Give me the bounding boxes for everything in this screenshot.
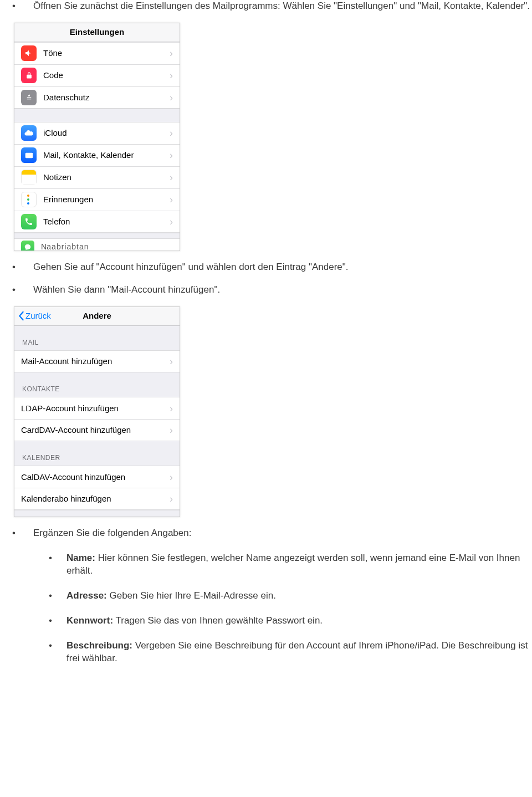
chevron-right-icon: ›: [170, 93, 173, 103]
step-2: Gehen Sie auf "Account hinzufügen" und w…: [0, 261, 532, 274]
row-label: iCloud: [43, 127, 170, 139]
lock-icon: [21, 68, 37, 83]
row-notes[interactable]: Notizen ›: [14, 166, 180, 188]
bottom-spacer: [14, 510, 180, 517]
row-add-mail-account[interactable]: Mail-Account hinzufügen ›: [14, 350, 180, 372]
field-label: Adresse:: [66, 590, 107, 601]
navbar-title: Andere: [83, 310, 111, 321]
row-add-carddav-account[interactable]: CardDAV-Account hinzufügen ›: [14, 419, 180, 441]
field-password: Kennwort: Tragen Sie das von Ihnen gewäh…: [33, 615, 532, 627]
row-phone[interactable]: Telefon ›: [14, 211, 180, 233]
step-3: Wählen Sie dann "Mail-Account hinzufügen…: [0, 284, 532, 297]
row-reminders[interactable]: Erinnerungen ›: [14, 188, 180, 211]
navbar: Zurück Andere: [14, 307, 180, 326]
row-label: Kalenderabo hinzufügen: [21, 493, 170, 504]
chevron-right-icon: ›: [170, 150, 173, 160]
field-text: Hier können Sie festlegen, welcher Name …: [66, 553, 520, 576]
instruction-list: Öffnen Sie zunächst die Einstellungen de…: [0, 0, 532, 13]
chevron-right-icon: ›: [170, 172, 173, 182]
row-label: Mail, Kontakte, Kalender: [43, 150, 170, 161]
row-icloud[interactable]: iCloud ›: [14, 122, 180, 144]
row-passcode[interactable]: Code ›: [14, 64, 180, 86]
row-label: Code: [43, 70, 170, 81]
reminders-icon: [21, 192, 37, 207]
field-label: Name:: [66, 553, 95, 563]
row-label: Notizen: [43, 172, 170, 183]
field-address: Adresse: Geben Sie hier Ihre E-Mail-Adre…: [33, 590, 532, 602]
field-name: Name: Hier können Sie festlegen, welcher…: [33, 552, 532, 578]
step-2-text: Gehen Sie auf "Account hinzufügen" und w…: [33, 262, 349, 272]
chevron-right-icon: ›: [170, 425, 173, 435]
navbar-title: Einstellungen: [70, 27, 124, 38]
row-add-ldap-account[interactable]: LDAP-Account hinzufügen ›: [14, 397, 180, 419]
field-text: Vergeben Sie eine Beschreibung für den A…: [66, 640, 528, 663]
instruction-list-3: Ergänzen Sie die folgenden Angaben: Name…: [0, 527, 532, 665]
chevron-right-icon: ›: [170, 494, 173, 504]
chevron-right-icon: ›: [170, 403, 173, 413]
navbar: Einstellungen: [14, 23, 180, 42]
privacy-icon: [21, 90, 37, 105]
back-button[interactable]: Zurück: [18, 310, 51, 321]
phone-icon: [21, 214, 37, 229]
instruction-list-2: Gehen Sie auf "Account hinzufügen" und w…: [0, 261, 532, 297]
screenshot-settings: Einstellungen Töne › Code › Datenschutz …: [14, 23, 180, 251]
chevron-left-icon: [18, 311, 24, 321]
sounds-icon: [21, 45, 37, 61]
group-contacts: KONTAKTE: [14, 372, 180, 397]
chevron-right-icon: ›: [170, 70, 173, 80]
row-mail-contacts-calendar[interactable]: Mail, Kontakte, Kalender ›: [14, 144, 180, 166]
row-label: CardDAV-Account hinzufügen: [21, 425, 170, 436]
back-label: Zurück: [25, 310, 51, 321]
row-label: Erinnerungen: [43, 194, 170, 205]
step-1-text: Öffnen Sie zunächst die Einstellungen de…: [33, 1, 530, 11]
notes-icon: [21, 170, 37, 185]
messages-icon: [21, 241, 34, 251]
step-1: Öffnen Sie zunächst die Einstellungen de…: [0, 0, 532, 13]
row-privacy[interactable]: Datenschutz ›: [14, 86, 180, 109]
row-messages-cut: Naabriabtan: [14, 238, 180, 251]
step-4-text: Ergänzen Sie die folgenden Angaben:: [33, 528, 191, 538]
row-add-calendar-subscription[interactable]: Kalenderabo hinzufügen ›: [14, 488, 180, 510]
icloud-icon: [21, 125, 37, 141]
field-text: Tragen Sie das von Ihnen gewählte Passwo…: [113, 615, 323, 626]
row-label: Datenschutz: [43, 92, 170, 103]
group-calendar: KALENDER: [14, 441, 180, 466]
step-3-text: Wählen Sie dann "Mail-Account hinzufügen…: [33, 284, 220, 295]
row-label: Telefon: [43, 216, 170, 227]
chevron-right-icon: ›: [170, 195, 173, 205]
screenshot-other: Zurück Andere MAIL Mail-Account hinzufüg…: [14, 306, 180, 518]
section-gap: [14, 109, 180, 122]
chevron-right-icon: ›: [170, 472, 173, 482]
row-add-caldav-account[interactable]: CalDAV-Account hinzufügen ›: [14, 466, 180, 488]
row-sounds[interactable]: Töne ›: [14, 42, 180, 64]
field-description-list: Name: Hier können Sie festlegen, welcher…: [33, 552, 532, 665]
chevron-right-icon: ›: [170, 48, 173, 58]
section-gap: [14, 233, 180, 238]
field-text: Geben Sie hier Ihre E-Mail-Adresse ein.: [107, 590, 276, 601]
chevron-right-icon: ›: [170, 356, 173, 366]
mail-icon: [21, 147, 37, 163]
field-label: Kennwort:: [66, 615, 113, 626]
row-label: Mail-Account hinzufügen: [21, 356, 170, 367]
field-label: Beschreibung:: [66, 640, 132, 651]
chevron-right-icon: ›: [170, 128, 173, 138]
chevron-right-icon: ›: [170, 217, 173, 227]
row-label: CalDAV-Account hinzufügen: [21, 472, 170, 483]
step-4: Ergänzen Sie die folgenden Angaben: Name…: [0, 527, 532, 665]
row-label: LDAP-Account hinzufügen: [21, 403, 170, 414]
group-mail: MAIL: [14, 326, 180, 350]
field-description: Beschreibung: Vergeben Sie eine Beschrei…: [33, 640, 532, 665]
row-label: Töne: [43, 48, 170, 59]
